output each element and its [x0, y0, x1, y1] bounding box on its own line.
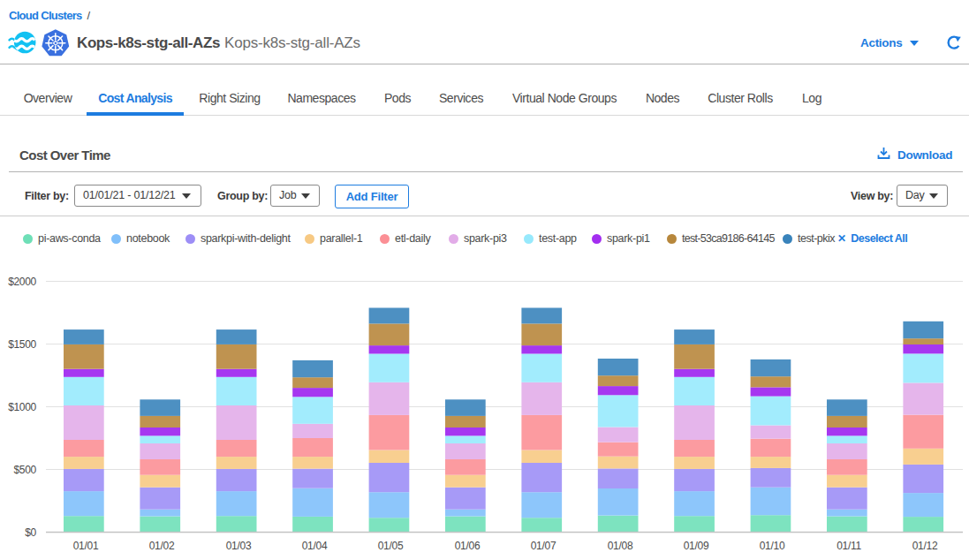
svg-text:01/11: 01/11 — [837, 540, 861, 552]
svg-text:01/05: 01/05 — [378, 540, 404, 552]
svg-text:$1000: $1000 — [8, 401, 36, 413]
svg-text:01/09: 01/09 — [684, 540, 709, 552]
svg-text:$1500: $1500 — [8, 338, 36, 351]
svg-text:01/07: 01/07 — [531, 540, 556, 552]
svg-text:01/04: 01/04 — [302, 540, 328, 552]
svg-text:$0: $0 — [25, 526, 36, 539]
svg-text:01/02: 01/02 — [149, 540, 175, 552]
svg-text:01/12: 01/12 — [912, 540, 938, 552]
svg-text:01/06: 01/06 — [455, 540, 481, 552]
svg-text:01/08: 01/08 — [608, 540, 633, 552]
svg-text:01/03: 01/03 — [226, 540, 252, 552]
svg-text:$500: $500 — [14, 464, 37, 476]
svg-text:01/01: 01/01 — [73, 540, 99, 552]
svg-text:$2000: $2000 — [8, 276, 36, 288]
svg-text:01/10: 01/10 — [760, 540, 785, 552]
